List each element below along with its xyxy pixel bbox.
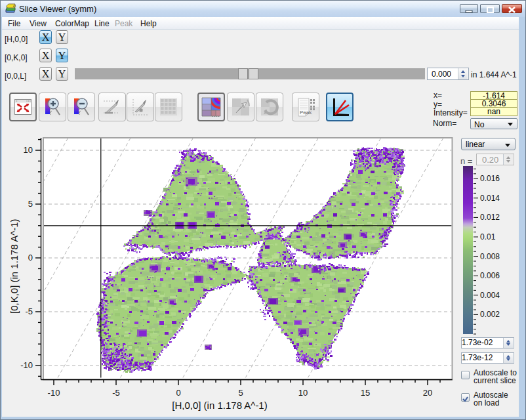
svg-text:-5: -5 [25, 306, 33, 316]
svg-text:10: 10 [298, 388, 308, 398]
svg-text:0: 0 [28, 253, 33, 262]
svg-text:0: 0 [176, 388, 180, 398]
svg-text:10: 10 [24, 145, 33, 155]
svg-text:5: 5 [28, 199, 33, 209]
svg-text:0.014: 0.014 [480, 194, 500, 203]
svg-text:0.008: 0.008 [480, 252, 500, 261]
svg-text:0.012: 0.012 [480, 213, 500, 222]
svg-text:0.002: 0.002 [480, 310, 500, 319]
svg-text:-10: -10 [48, 388, 60, 398]
svg-text:0.004: 0.004 [480, 291, 500, 300]
svg-text:0.016: 0.016 [480, 174, 500, 183]
svg-text:0.01: 0.01 [480, 232, 496, 242]
svg-text:5: 5 [238, 388, 243, 398]
svg-text:Peak: Peak [300, 110, 312, 116]
svg-text:0.006: 0.006 [480, 271, 500, 280]
svg-text:20: 20 [423, 388, 432, 398]
svg-text:15: 15 [361, 388, 370, 398]
svg-text:-10: -10 [20, 360, 33, 370]
svg-text:[H,0,0] (in 1.178 A^-1): [H,0,0] (in 1.178 A^-1) [172, 400, 267, 411]
svg-text:-5: -5 [112, 388, 120, 398]
